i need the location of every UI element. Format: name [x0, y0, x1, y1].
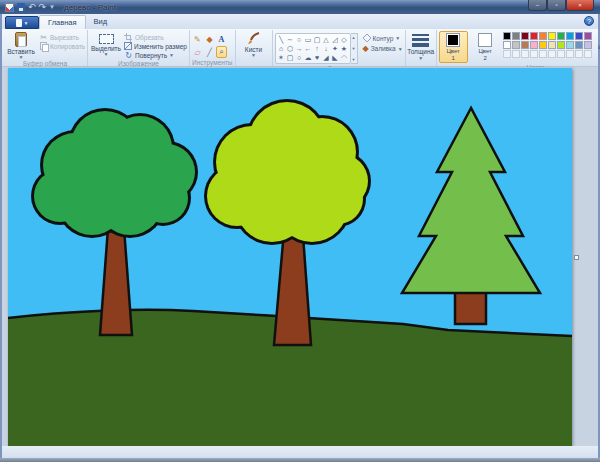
- work-area: [2, 67, 598, 446]
- magnifier-tool-icon[interactable]: ⌕: [216, 46, 227, 58]
- palette-swatch[interactable]: [539, 32, 547, 40]
- palette-swatch[interactable]: [557, 41, 565, 49]
- color2-button[interactable]: Цвет 2: [471, 31, 500, 63]
- palette-swatch[interactable]: [530, 41, 538, 49]
- palette-swatch[interactable]: [503, 41, 511, 49]
- resize-button[interactable]: Изменить размер: [124, 42, 187, 50]
- selection-rect-icon: [99, 34, 114, 44]
- rotate-button[interactable]: ↻ Повернуть ▼: [124, 51, 187, 59]
- shape-icon[interactable]: ⬡: [286, 44, 295, 53]
- cut-button[interactable]: ✂ Вырезать: [39, 33, 85, 41]
- ribbon: Вставить ▼ ✂ Вырезать Копировать Буфер о…: [2, 29, 598, 67]
- drawing-canvas[interactable]: [8, 68, 572, 446]
- palette-swatch[interactable]: [548, 32, 556, 40]
- fill-button[interactable]: ◆ Заливка ▼: [363, 44, 403, 53]
- palette-swatch[interactable]: [566, 41, 574, 49]
- brushes-button[interactable]: Кисти ▼: [238, 31, 270, 57]
- palette-empty-slot[interactable]: [503, 50, 511, 58]
- minimize-button[interactable]: –: [528, 0, 547, 11]
- scroll-up-icon[interactable]: ▲: [352, 35, 356, 40]
- palette-swatch[interactable]: [521, 32, 529, 40]
- palette-swatch[interactable]: [539, 41, 547, 49]
- brush-icon: [247, 32, 261, 45]
- palette-empty-slot[interactable]: [575, 50, 583, 58]
- palette-swatch[interactable]: [512, 41, 520, 49]
- paint-app-icon[interactable]: [5, 3, 14, 12]
- shape-icon[interactable]: ✶: [277, 53, 286, 62]
- palette-swatch[interactable]: [584, 32, 592, 40]
- tab-home[interactable]: Главная: [39, 15, 86, 29]
- shape-icon[interactable]: ↑: [313, 44, 322, 53]
- shape-icon[interactable]: ▭: [304, 35, 313, 44]
- shape-icon[interactable]: ▢: [286, 53, 295, 62]
- shape-icon[interactable]: ↓: [322, 44, 331, 53]
- fill-tool-icon[interactable]: ◆: [204, 33, 215, 45]
- palette-empty-slot[interactable]: [548, 50, 556, 58]
- shape-icon[interactable]: ⌂: [277, 44, 286, 53]
- copy-button[interactable]: Копировать: [39, 42, 85, 50]
- palette-swatch[interactable]: [503, 32, 511, 40]
- outline-button[interactable]: Контур ▼: [363, 34, 403, 42]
- shape-icon[interactable]: ◣: [331, 53, 340, 62]
- shape-icon[interactable]: ╲: [277, 35, 286, 44]
- tab-row: ▼ Главная Вид ?: [2, 14, 598, 29]
- maximize-button[interactable]: ▫: [547, 0, 566, 11]
- palette-empty-slot[interactable]: [566, 50, 574, 58]
- shapes-scrollbar[interactable]: ▲ ▼ ▼: [351, 33, 358, 64]
- palette-empty-slot[interactable]: [512, 50, 520, 58]
- shape-icon[interactable]: ◇: [340, 35, 349, 44]
- shape-icon[interactable]: ○: [295, 35, 304, 44]
- shape-icon[interactable]: →: [295, 44, 304, 53]
- shape-icon[interactable]: ◠: [340, 53, 349, 62]
- edit-colors-button[interactable]: Изменение цветов: [595, 31, 600, 57]
- palette-swatch[interactable]: [575, 32, 583, 40]
- palette-empty-slot[interactable]: [521, 50, 529, 58]
- palette-empty-slot[interactable]: [557, 50, 565, 58]
- undo-icon[interactable]: ↶: [28, 3, 36, 12]
- app-menu-button[interactable]: ▼: [5, 16, 39, 29]
- tab-view[interactable]: Вид: [86, 15, 116, 29]
- palette-swatch[interactable]: [584, 41, 592, 49]
- shape-icon[interactable]: ✦: [331, 44, 340, 53]
- shape-icon[interactable]: ☁: [304, 53, 313, 62]
- palette-empty-slot[interactable]: [530, 50, 538, 58]
- scroll-down-icon[interactable]: ▼: [352, 46, 356, 51]
- eraser-tool-icon[interactable]: ▱: [192, 46, 203, 58]
- paint-window: { "window": { "title": "дерево - Paint",…: [0, 0, 600, 462]
- shape-icon[interactable]: ▢: [313, 35, 322, 44]
- qat-dropdown-icon[interactable]: ▼: [49, 4, 55, 10]
- palette-empty-slot[interactable]: [584, 50, 592, 58]
- palette-swatch[interactable]: [548, 41, 556, 49]
- palette-swatch[interactable]: [521, 41, 529, 49]
- color-picker-tool-icon[interactable]: ╱: [204, 46, 215, 58]
- select-button[interactable]: Выделить ▼: [90, 31, 122, 56]
- shape-icon[interactable]: ◿: [331, 35, 340, 44]
- shape-icon[interactable]: ○: [295, 53, 304, 62]
- pencil-tool-icon[interactable]: ✎: [192, 33, 203, 45]
- redo-icon[interactable]: ↷: [39, 3, 47, 12]
- tools-grid: ✎◆A▱╱⌕: [192, 31, 227, 58]
- shape-icon[interactable]: ←: [304, 44, 313, 53]
- crop-button[interactable]: Обрезать: [124, 33, 187, 41]
- color1-button[interactable]: Цвет 1: [439, 31, 468, 63]
- close-button[interactable]: ×: [566, 0, 594, 11]
- palette-swatch[interactable]: [512, 32, 520, 40]
- save-icon[interactable]: [17, 3, 25, 11]
- shape-icon[interactable]: ∼: [286, 35, 295, 44]
- palette-swatch[interactable]: [557, 32, 565, 40]
- resize-handle-right[interactable]: [574, 255, 579, 260]
- shape-icon[interactable]: ◢: [322, 53, 331, 62]
- size-button[interactable]: Толщина ▼: [408, 31, 434, 60]
- palette-swatch[interactable]: [530, 32, 538, 40]
- scroll-more-icon[interactable]: ▼: [352, 57, 356, 62]
- paste-button[interactable]: Вставить ▼: [5, 31, 37, 59]
- shape-icon[interactable]: ★: [340, 44, 349, 53]
- text-tool-icon[interactable]: A: [216, 33, 227, 45]
- shape-icon[interactable]: △: [322, 35, 331, 44]
- help-icon[interactable]: ?: [584, 16, 594, 26]
- palette-empty-slot[interactable]: [539, 50, 547, 58]
- palette-swatch[interactable]: [575, 41, 583, 49]
- shape-icon[interactable]: ♥: [313, 53, 322, 62]
- palette-swatch[interactable]: [566, 32, 574, 40]
- chevron-down-icon: ▼: [169, 53, 174, 57]
